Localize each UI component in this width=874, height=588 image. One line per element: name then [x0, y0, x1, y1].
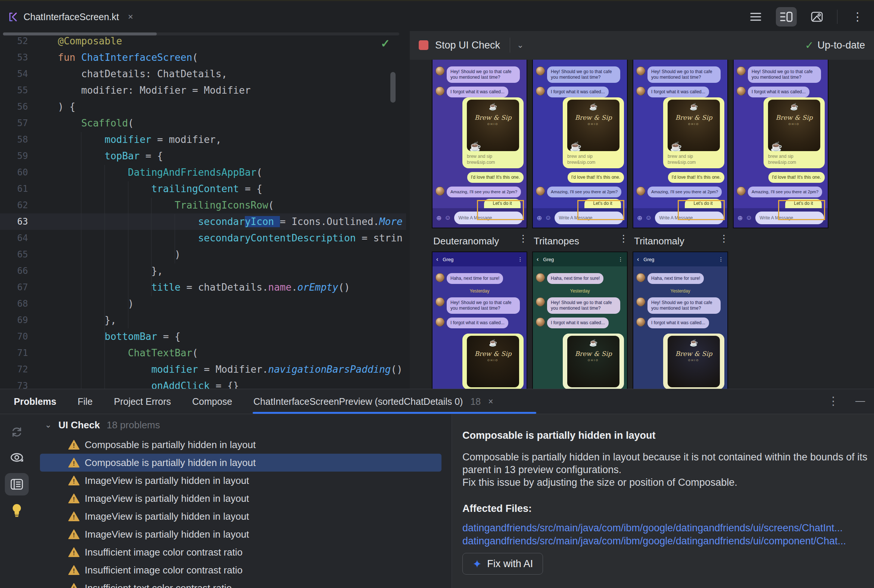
chat-more-icon[interactable]: ⋮ — [618, 258, 623, 260]
chevron-down-icon[interactable]: ⌄ — [517, 40, 524, 50]
chat-message-incoming: Amazing, I'll see you there at 2pm? — [536, 186, 624, 197]
code-line[interactable]: 63 secondaryIcon = Icons.Outlined.More — [0, 213, 406, 230]
code-line[interactable]: 53fun ChatInterfaceScreen( — [0, 49, 406, 66]
code-line[interactable]: 64 secondaryContentDescription = strin — [0, 230, 406, 246]
tab-close-icon[interactable]: × — [128, 12, 133, 22]
code-line[interactable]: 56) { — [0, 99, 406, 115]
code-line[interactable]: 69 }, — [0, 312, 406, 328]
problem-item[interactable]: ! ImageView is partially hidden in layou… — [40, 472, 442, 489]
tab-problems[interactable]: Problems — [14, 396, 56, 407]
preview-phone-row2[interactable]: ‹ Greg ⋮ Haha, next time for sure! Yeste… — [432, 252, 527, 389]
preview-canvas[interactable]: Hey! Should we go to that cafe you menti… — [410, 60, 874, 389]
fix-with-ai-button[interactable]: ✦ Fix with AI — [463, 553, 543, 574]
code-line[interactable]: 59 topBar = { — [0, 148, 406, 164]
tab-project-errors[interactable]: Project Errors — [114, 396, 171, 407]
link-preview-card[interactable]: ☕Brew & SipOHIO☕ brew and sipbrew&sip.co… — [463, 98, 524, 168]
emoji-icon[interactable]: ☺ — [445, 214, 451, 222]
split-view-icon[interactable] — [776, 7, 797, 27]
chat-more-icon[interactable]: ⋮ — [718, 258, 724, 260]
link-preview-card[interactable]: ☕Brew & SipOHIO — [563, 333, 624, 389]
preview-more-menu-icon[interactable]: ⋮ — [719, 237, 729, 240]
link-preview-card[interactable]: ☕Brew & SipOHIO — [463, 333, 524, 389]
code-line[interactable]: 60 DatingAndFriendsAppBar( — [0, 164, 406, 181]
preview-phone-row1[interactable]: Hey! Should we go to that cafe you menti… — [733, 60, 829, 228]
line-number: 54 — [0, 69, 28, 79]
problem-item[interactable]: ! ImageView is partially hidden in layou… — [40, 525, 442, 543]
preview-more-menu-icon[interactable]: ⋮ — [619, 237, 628, 240]
add-icon[interactable]: ⊕ — [436, 214, 442, 222]
link-preview-card[interactable]: ☕Brew & SipOHIO — [663, 333, 724, 389]
preview-phone-row1[interactable]: Hey! Should we go to that cafe you menti… — [432, 60, 527, 228]
group-count: 18 problems — [107, 419, 160, 431]
link-preview-card[interactable]: ☕Brew & SipOHIO☕ brew and sipbrew&sip.co… — [764, 98, 825, 168]
emoji-icon[interactable]: ☺ — [645, 214, 652, 222]
problem-item[interactable]: ! Composable is partially hidden in layo… — [40, 454, 442, 472]
chevron-down-icon[interactable]: ⌄ — [45, 420, 51, 430]
tab-file[interactable]: File — [78, 396, 93, 407]
avatar — [636, 297, 645, 306]
code-line[interactable]: 70 bottomBar = { — [0, 328, 406, 345]
code-line[interactable]: 68 ) — [0, 296, 406, 312]
code-line[interactable]: 71 ChatTextBar( — [0, 345, 406, 361]
tab-close-icon[interactable]: × — [488, 397, 493, 406]
lightbulb-icon[interactable] — [5, 499, 29, 522]
preview-eye-icon[interactable] — [5, 447, 29, 470]
code-line[interactable]: 66 }, — [0, 262, 406, 279]
preview-phone-row2[interactable]: ‹ Greg ⋮ Haha, next time for sure! Yeste… — [632, 252, 728, 389]
emoji-icon[interactable]: ☺ — [545, 214, 551, 222]
add-icon[interactable]: ⊕ — [637, 214, 642, 222]
problem-item[interactable]: ! Insufficient image color contrast rati… — [40, 543, 442, 561]
preview-phone-row1[interactable]: Hey! Should we go to that cafe you menti… — [532, 60, 628, 228]
more-menu-icon[interactable]: ⋮ — [847, 7, 868, 27]
chat-more-icon[interactable]: ⋮ — [518, 258, 523, 260]
problem-item[interactable]: ! Composable is partially hidden in layo… — [40, 436, 442, 454]
details-panel-icon[interactable] — [5, 473, 29, 495]
code-line[interactable]: 57 Scaffold( — [0, 115, 406, 131]
code-line[interactable]: 54 chatDetails: ChatDetails, — [0, 66, 406, 82]
file-link[interactable]: datingandfriends/src/main/java/com/ibm/g… — [463, 522, 873, 535]
back-icon[interactable]: ‹ — [436, 256, 438, 262]
code-line[interactable]: 62 TrailingIconsRow( — [0, 197, 406, 213]
code-line[interactable]: 61 trailingContent = { — [0, 181, 406, 197]
link-preview-card[interactable]: ☕Brew & SipOHIO☕ brew and sipbrew&sip.co… — [563, 98, 624, 168]
file-link[interactable]: datingandfriends/src/main/java/com/ibm/g… — [463, 535, 873, 548]
more-menu-icon[interactable]: ⋮ — [828, 399, 839, 404]
vertical-scrollbar-thumb[interactable] — [390, 72, 396, 103]
line-number: 64 — [0, 233, 28, 243]
code-line[interactable]: 72 modifier = Modifier.navigationBarsPad… — [0, 361, 406, 378]
back-icon[interactable]: ‹ — [537, 256, 539, 262]
back-icon[interactable]: ‹ — [637, 256, 639, 262]
preview-phone-row1[interactable]: Hey! Should we go to that cafe you menti… — [632, 60, 728, 228]
refresh-icon[interactable] — [5, 421, 29, 443]
code-line[interactable]: 52@Composable — [0, 33, 406, 49]
editor-tab[interactable]: ChatInterfaceScreen.kt × — [8, 8, 133, 26]
image-view-icon[interactable] — [806, 7, 827, 27]
code-editor[interactable]: ✓ 52@Composable53fun ChatInterfaceScreen… — [0, 31, 406, 389]
list-view-icon[interactable] — [745, 7, 766, 27]
add-icon[interactable]: ⊕ — [537, 214, 542, 222]
code-line[interactable]: 67 title = chatDetails.name.orEmpty() — [0, 279, 406, 296]
code-line[interactable]: 58 modifier = modifier, — [0, 131, 406, 148]
problem-item[interactable]: ! ImageView is partially hidden in layou… — [40, 489, 442, 507]
avatar — [737, 186, 746, 195]
problem-item[interactable]: ! ImageView is partially hidden in layou… — [40, 507, 442, 525]
preview-more-menu-icon[interactable]: ⋮ — [518, 237, 528, 240]
ide-window: ChatInterfaceScreen.kt × ⋮ ✓ 52@Composab… — [0, 0, 874, 588]
emoji-icon[interactable]: ☺ — [746, 214, 752, 222]
ui-check-group[interactable]: ⌄ UI Check 18 problems — [34, 414, 452, 436]
code-line[interactable]: 73 onAddClick = {} — [0, 378, 406, 389]
chat-message-incoming: I forgot what it was called... — [636, 87, 724, 98]
preview-phone-row2[interactable]: ‹ Greg ⋮ Haha, next time for sure! Yeste… — [532, 252, 628, 389]
problem-item[interactable]: ! Insufficient text color contrast ratio — [40, 579, 442, 588]
add-icon[interactable]: ⊕ — [737, 214, 743, 222]
code-line[interactable]: 55 modifier: Modifier = Modifier — [0, 82, 406, 99]
problem-label: ImageView is partially hidden in layout — [85, 511, 249, 522]
code-line[interactable]: 65 ) — [0, 246, 406, 262]
minimize-icon[interactable]: — — [855, 395, 865, 406]
link-preview-card[interactable]: ☕Brew & SipOHIO☕ brew and sipbrew&sip.co… — [663, 98, 724, 168]
tab-preview-active[interactable]: ChatInterfaceScreenPreview (sortedChatDe… — [254, 396, 493, 407]
tab-compose[interactable]: Compose — [192, 396, 232, 407]
contact-name: Greg — [443, 257, 513, 262]
problem-item[interactable]: ! Insufficient image color contrast rati… — [40, 561, 442, 579]
stop-ui-check-button[interactable]: Stop UI Check ⌄ — [419, 38, 524, 52]
